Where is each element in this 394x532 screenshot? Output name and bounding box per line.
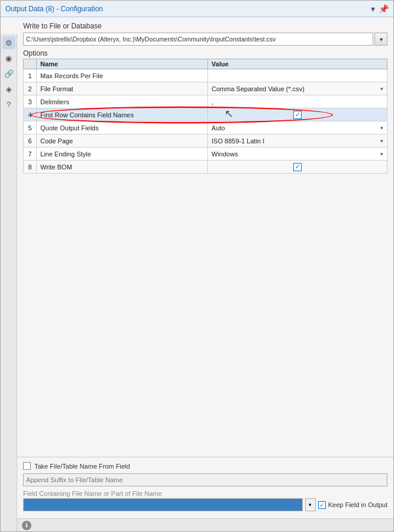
row-num-6: 6: [24, 134, 37, 148]
row-7-dropdown-arrow[interactable]: ▾: [380, 151, 383, 157]
row-7-value-text: Windows: [212, 150, 238, 158]
sidebar-icon-help[interactable]: ?: [2, 98, 15, 111]
row-6-value-text: ISO 8859-1 Latin I: [212, 137, 264, 145]
append-suffix-input[interactable]: [23, 473, 387, 486]
table-row: 3 Delimiters ,: [24, 95, 387, 108]
row-num-8: 8: [24, 161, 37, 174]
row-2-dropdown-arrow[interactable]: ▾: [380, 86, 383, 92]
options-section: Options Name Value: [17, 49, 393, 457]
col-header-num: [24, 59, 37, 69]
keep-field-row: Keep Field in Output: [318, 501, 387, 509]
row-4-checkbox[interactable]: [293, 111, 302, 119]
row-6-value[interactable]: ISO 8859-1 Latin I ▾: [208, 134, 387, 148]
col-header-value: Value: [208, 59, 387, 69]
row-1-value[interactable]: [208, 69, 387, 82]
panel-header-icons: ▾ 📌: [371, 4, 389, 14]
append-suffix-row: [23, 473, 387, 486]
table-row-highlighted: 4 First Row Contains Field Names: [24, 108, 387, 121]
col-header-name: Name: [37, 59, 208, 69]
sidebar-icon-diamond[interactable]: ◈: [2, 82, 15, 95]
field-containing-input-row: ▾ Keep Field in Output: [23, 498, 387, 511]
field-select[interactable]: [23, 498, 303, 511]
row-5-dropdown-arrow[interactable]: ▾: [380, 125, 383, 131]
field-select-dropdown-button[interactable]: ▾: [305, 498, 316, 511]
row-5-value-text: Auto: [212, 124, 225, 132]
row-num-3: 3: [24, 95, 37, 108]
row-num-2: 2: [24, 82, 37, 95]
table-row: 2 File Format Comma Separated Value (*.c…: [24, 82, 387, 95]
row-8-name: Write BOM: [37, 161, 208, 174]
write-to-section: Write to File or Database ▾: [17, 17, 393, 49]
row-6-name: Code Page: [37, 134, 208, 148]
file-path-dropdown-button[interactable]: ▾: [374, 33, 387, 46]
sidebar-icon-circle[interactable]: ◉: [2, 52, 15, 65]
file-path-row: ▾: [23, 33, 387, 46]
status-icon: ℹ: [22, 521, 31, 530]
table-row: 7 Line Ending Style Windows ▾: [24, 148, 387, 161]
keep-field-label: Keep Field in Output: [328, 501, 387, 508]
row-num-5: 5: [24, 121, 37, 134]
bottom-section: Take File/Table Name From Field Field Co…: [17, 457, 393, 518]
row-2-value-text: Comma Separated Value (*.csv): [212, 85, 305, 92]
row-2-value[interactable]: Comma Separated Value (*.csv) ▾: [208, 82, 387, 95]
row-3-value[interactable]: ,: [208, 95, 387, 108]
row-4-name: First Row Contains Field Names: [37, 108, 208, 121]
row-2-name: File Format: [37, 82, 208, 95]
row-5-value[interactable]: Auto ▾: [208, 121, 387, 134]
field-containing-row: Field Containing File Name or Part of Fi…: [23, 490, 387, 511]
row-num-7: 7: [24, 148, 37, 161]
write-to-label: Write to File or Database: [23, 22, 387, 30]
pin-icon[interactable]: 📌: [379, 4, 389, 14]
row-1-name: Max Records Per File: [37, 69, 208, 82]
file-path-input[interactable]: [23, 33, 373, 46]
table-row: 5 Quote Output Fields Auto ▾: [24, 121, 387, 134]
row-4-value[interactable]: [208, 108, 387, 121]
sidebar: ⚙ ◉ 🔗 ◈ ?: [1, 34, 17, 531]
main-content: Write to File or Database ▾ Options Name: [17, 17, 393, 531]
row-6-dropdown-arrow[interactable]: ▾: [380, 138, 383, 144]
take-file-checkbox[interactable]: [23, 462, 31, 470]
panel-title: Output Data (8) - Configuration: [5, 5, 103, 13]
table-row: 6 Code Page ISO 8859-1 Latin I ▾: [24, 134, 387, 148]
status-bar: ℹ: [17, 518, 393, 531]
row-8-checkbox[interactable]: [293, 163, 302, 171]
row-8-value[interactable]: [208, 161, 387, 174]
take-file-row: Take File/Table Name From Field: [23, 462, 387, 470]
table-wrapper: Name Value 1 Max Records Per File: [23, 59, 387, 174]
row-7-name: Line Ending Style: [37, 148, 208, 161]
row-5-name: Quote Output Fields: [37, 121, 208, 134]
row-num-4: 4: [24, 108, 37, 121]
main-panel: Output Data (8) - Configuration ▾ 📌 ⚙ ◉ …: [0, 0, 394, 532]
collapse-icon[interactable]: ▾: [371, 4, 375, 14]
row-7-value[interactable]: Windows ▾: [208, 148, 387, 161]
panel-header: Output Data (8) - Configuration ▾ 📌: [1, 1, 393, 17]
row-3-name: Delimiters: [37, 95, 208, 108]
sidebar-icon-config[interactable]: ⚙: [2, 36, 15, 49]
row-num-1: 1: [24, 69, 37, 82]
field-containing-label: Field Containing File Name or Part of Fi…: [23, 490, 387, 497]
options-label: Options: [23, 49, 387, 57]
table-row: 1 Max Records Per File: [24, 69, 387, 82]
take-file-label: Take File/Table Name From Field: [34, 463, 130, 470]
keep-field-checkbox[interactable]: [318, 501, 326, 509]
table-row: 8 Write BOM: [24, 161, 387, 174]
sidebar-icon-link[interactable]: 🔗: [2, 67, 15, 80]
options-table: Name Value 1 Max Records Per File: [23, 59, 387, 174]
